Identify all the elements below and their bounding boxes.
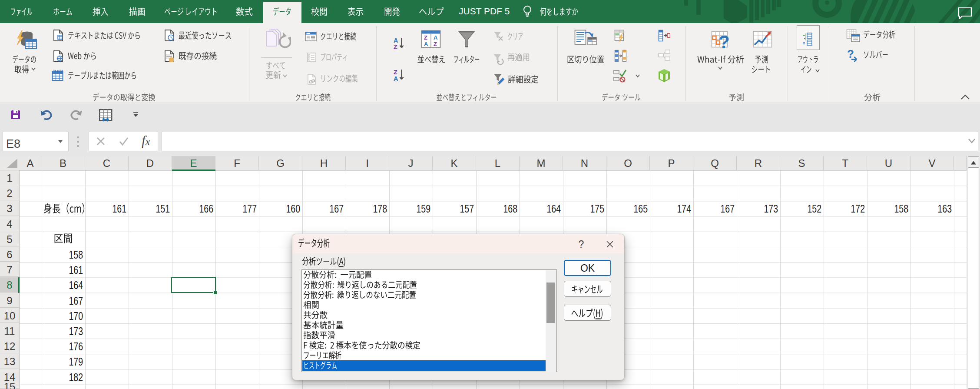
svg-text:?: ? — [718, 32, 730, 51]
svg-text:Z: Z — [394, 69, 397, 76]
svg-text:A: A — [424, 41, 428, 47]
svg-text:Z: Z — [424, 34, 427, 41]
svg-text:?: ? — [847, 48, 854, 60]
svg-text:A: A — [394, 37, 398, 44]
svg-text:Z: Z — [434, 41, 437, 47]
svg-text:A: A — [434, 34, 438, 41]
svg-text:Z: Z — [394, 43, 397, 50]
svg-text:A: A — [394, 75, 398, 82]
